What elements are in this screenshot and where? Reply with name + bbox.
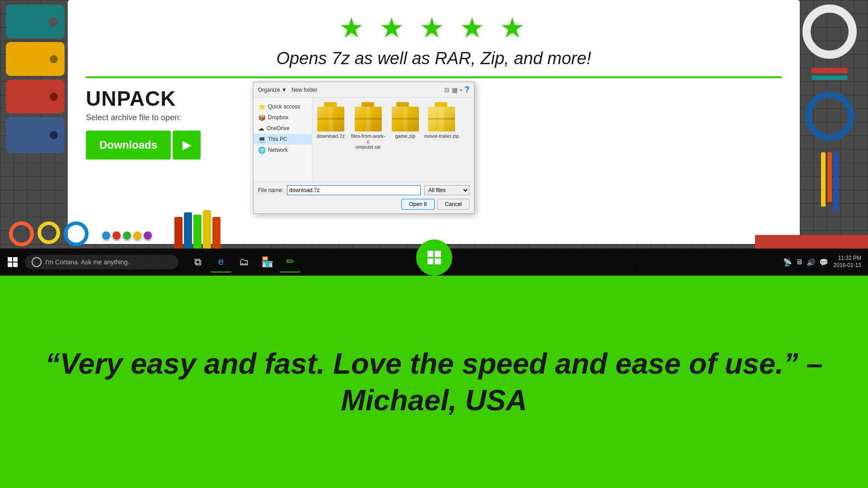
onedrive-icon: ☁ <box>258 125 264 132</box>
left-crafts <box>0 0 70 244</box>
time-block: 11:32 PM 2016-01-13 <box>834 255 861 269</box>
unpack-title: UNPACK <box>86 86 244 111</box>
sidebar-item-network[interactable]: 🌐 Network <box>253 145 312 155</box>
toolbar-icons: ⊟ ▦ ▪ ? <box>444 85 469 94</box>
file-item-rar[interactable]: files-from-work-computer.rar <box>350 102 386 150</box>
right-crafts <box>791 0 868 244</box>
downloads-button[interactable]: Downloads <box>86 131 171 160</box>
taskbar-apps: ⧉ e 🗂 🏪 ✏ <box>188 252 300 272</box>
pin-green <box>123 231 131 239</box>
dialog-action-row: Open It Cancel <box>258 199 469 210</box>
pin-blue <box>102 231 110 239</box>
thispc-icon: 💻 <box>258 136 266 143</box>
filename-input[interactable] <box>287 185 421 195</box>
pencil-gold <box>203 210 211 249</box>
systray-icons: 📡 🖥 🔊 💬 <box>783 258 828 267</box>
file-item-moviezip[interactable]: movie-trailer.zip <box>424 102 459 150</box>
view-icon-1[interactable]: ⊟ <box>444 86 450 94</box>
dialog-sidebar: ⭐ Quick access 📦 Dropbox ☁ OneDrive <box>253 98 312 181</box>
star-3: ★ <box>419 12 448 43</box>
quickaccess-icon: ⭐ <box>258 103 266 110</box>
red-strip <box>812 68 848 73</box>
unpack-buttons: Downloads ▶ <box>86 131 244 160</box>
sidebar-item-onedrive[interactable]: ☁ OneDrive <box>253 123 312 134</box>
sidebar-label-dropbox: Dropbox <box>268 114 288 121</box>
filename-label: File name: <box>258 187 283 193</box>
divider <box>86 76 782 78</box>
time-display: 11:32 PM <box>834 255 861 262</box>
quote-text: “Very easy and fast. Love the speed and … <box>45 345 823 419</box>
sidebar-item-dropbox[interactable]: 📦 Dropbox <box>253 112 312 123</box>
view-icon-3[interactable]: ▪ <box>460 86 462 94</box>
taskbar-systray: 📡 🖥 🔊 💬 11:32 PM 2016-01-13 <box>783 255 868 269</box>
ring-blue <box>805 91 854 141</box>
craft-item-teal <box>6 5 65 38</box>
rubber-bands-area <box>0 221 89 249</box>
zip-icon-gamezip <box>392 102 419 131</box>
organize-button[interactable]: Organize <box>258 87 287 93</box>
pencil-lime <box>193 215 202 249</box>
view-icon-2[interactable]: ▦ <box>452 86 458 94</box>
zip-icon-rar <box>355 102 382 131</box>
tagline: Opens 7z as well as RAR, Zip, and more! <box>68 49 800 68</box>
taskbar: I'm Cortana. Ask me anything. ⧉ e 🗂 🏪 ✏ … <box>0 249 868 276</box>
bottom-section: “Very easy and fast. Love the speed and … <box>0 276 868 488</box>
sidebar-label-onedrive: OneDrive <box>267 125 290 131</box>
zip-icon-moviezip <box>428 102 455 131</box>
teal-strip <box>812 75 848 80</box>
pencil-burnt <box>212 217 221 249</box>
pencil-yellow <box>821 152 826 206</box>
dialog-footer: File name: All files Open It Cancel <box>253 181 474 213</box>
star-5: ★ <box>500 12 529 43</box>
cortana-icon <box>32 257 42 267</box>
file-label-moviezip: movie-trailer.zip <box>424 133 459 139</box>
new-folder-button[interactable]: New folder <box>291 87 317 93</box>
sidebar-label-thispc: This PC <box>268 136 287 142</box>
file-label-rar: files-from-work-computer.rar <box>350 133 386 150</box>
star-2: ★ <box>379 12 408 43</box>
craft-item-red <box>6 80 65 113</box>
pencil-blue <box>834 152 838 211</box>
sidebar-label-network: Network <box>268 147 288 153</box>
craft-item-blue <box>6 117 65 153</box>
file-dialog: Organize New folder ⊟ ▦ ▪ ? <box>253 82 474 214</box>
craft-item-yellow <box>6 42 65 76</box>
search-placeholder: I'm Cortana. Ask me anything. <box>45 258 129 266</box>
taskbar-app-store[interactable]: 🏪 <box>257 252 277 272</box>
right-pencils <box>821 152 838 211</box>
sidebar-item-quickaccess[interactable]: ⭐ Quick access <box>253 101 312 112</box>
network-tray-icon: 📡 <box>783 258 792 267</box>
center-windows-logo <box>427 251 441 264</box>
taskbar-search[interactable]: I'm Cortana. Ask me anything. <box>25 255 178 269</box>
rubber-band-blue <box>64 221 89 246</box>
open-button[interactable]: Open It <box>401 199 434 210</box>
taskbar-app-files[interactable]: 🗂 <box>234 252 254 272</box>
rubber-band-orange <box>9 221 34 246</box>
top-section: ★ ★ ★ ★ ★ Opens 7z as well as RAR, Zip, … <box>0 0 868 276</box>
message-tray-icon: 💬 <box>819 258 828 267</box>
extra-button[interactable]: ▶ <box>173 131 201 160</box>
file-item-gamezip[interactable]: game.zip <box>392 102 419 150</box>
main-container: ★ ★ ★ ★ ★ Opens 7z as well as RAR, Zip, … <box>0 0 868 488</box>
cancel-button[interactable]: Cancel <box>437 199 469 210</box>
taskbar-app-edge[interactable]: e <box>211 252 231 272</box>
content-row: UNPACK Select archive file to open: Down… <box>68 86 800 214</box>
taskbar-app-multiwindow[interactable]: ⧉ <box>188 252 208 272</box>
help-icon[interactable]: ? <box>464 85 469 94</box>
display-tray-icon: 🖥 <box>796 258 803 267</box>
taskbar-app-pen[interactable]: ✏ <box>280 252 300 272</box>
sidebar-item-thispc[interactable]: 💻 This PC <box>253 134 312 145</box>
pencils-bottom <box>152 210 221 249</box>
network-icon: 🌐 <box>258 146 266 154</box>
ring-white <box>802 5 857 59</box>
red-bar <box>755 235 868 249</box>
windows-logo <box>8 257 18 267</box>
file-item-download7z[interactable]: download.7z <box>317 102 345 150</box>
taskbar-start-button[interactable] <box>0 249 25 276</box>
dialog-files: download.7z files-from-work-computer.rar <box>312 98 474 181</box>
file-label-download7z: download.7z <box>317 133 345 139</box>
taskbar-windows-center[interactable] <box>416 239 452 276</box>
filetype-select[interactable]: All files <box>424 185 469 195</box>
pin-red <box>113 231 121 239</box>
filename-row: File name: All files <box>258 185 469 195</box>
